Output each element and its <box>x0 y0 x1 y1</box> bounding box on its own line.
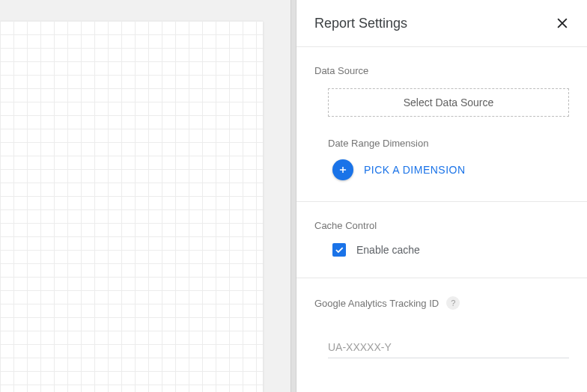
settings-panel: Report Settings Data Source Select Data … <box>296 0 587 392</box>
close-icon <box>555 16 570 31</box>
date-range-dimension-label: Date Range Dimension <box>328 138 569 149</box>
panel-resizer[interactable] <box>291 0 296 392</box>
pick-dimension-link[interactable]: PICK A DIMENSION <box>364 164 466 176</box>
enable-cache-row: Enable cache <box>332 243 569 257</box>
tracking-id-section: Google Analytics Tracking ID ? <box>296 278 587 379</box>
data-source-section: Data Source Select Data Source Date Rang… <box>296 47 587 202</box>
panel-title: Report Settings <box>314 16 407 31</box>
tracking-id-input[interactable] <box>328 337 569 358</box>
tracking-id-label-row: Google Analytics Tracking ID ? <box>314 296 569 310</box>
checkmark-icon <box>334 245 344 255</box>
canvas-area <box>0 0 296 392</box>
cache-control-section: Cache Control Enable cache <box>296 202 587 278</box>
report-canvas[interactable] <box>0 21 263 392</box>
panel-header: Report Settings <box>296 0 587 47</box>
enable-cache-checkbox[interactable] <box>332 243 346 257</box>
select-data-source-button[interactable]: Select Data Source <box>328 88 569 117</box>
plus-icon <box>338 165 348 175</box>
cache-control-label: Cache Control <box>314 220 569 231</box>
help-button[interactable]: ? <box>446 296 460 310</box>
close-button[interactable] <box>554 15 571 31</box>
pick-dimension-row[interactable]: PICK A DIMENSION <box>332 159 569 180</box>
data-source-label: Data Source <box>314 65 569 76</box>
tracking-id-label: Google Analytics Tracking ID <box>314 298 439 309</box>
enable-cache-label: Enable cache <box>356 244 420 256</box>
add-dimension-button[interactable] <box>332 159 353 180</box>
